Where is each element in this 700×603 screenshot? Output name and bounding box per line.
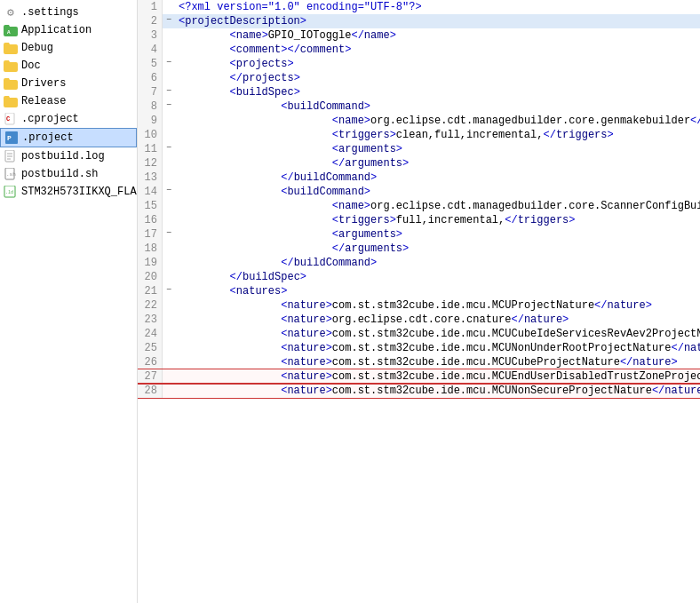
- line-number: 7: [138, 85, 163, 99]
- fold-gutter: [163, 43, 175, 57]
- line-content: <projects>: [175, 57, 700, 71]
- fold-gutter: [163, 213, 175, 227]
- code-row: 15 <name>org.eclipse.cdt.managedbuilder.…: [138, 199, 700, 213]
- fold-gutter: [163, 128, 175, 142]
- line-content: <nature>com.st.stm32cube.ide.mcu.MCUProj…: [175, 298, 700, 313]
- line-content: <?xml version="1.0" encoding="UTF-8"?>: [175, 0, 700, 14]
- line-content: </arguments>: [175, 242, 700, 256]
- code-row: 28 <nature>com.st.stm32cube.ide.mcu.MCUN…: [138, 384, 700, 398]
- fold-gutter[interactable]: −: [163, 142, 175, 156]
- file-tree: ⚙.settingsAApplicationDebugDocDriversRel…: [0, 0, 138, 603]
- sidebar-item-postbuild-sh[interactable]: .shpostbuild.sh: [0, 165, 137, 183]
- code-row: 22 <nature>com.st.stm32cube.ide.mcu.MCUP…: [138, 298, 700, 313]
- sidebar-item-drivers[interactable]: Drivers: [0, 75, 137, 92]
- code-row: 8− <buildCommand>: [138, 99, 700, 114]
- sidebar-item-application[interactable]: AApplication: [0, 21, 137, 39]
- code-editor: 1<?xml version="1.0" encoding="UTF-8"?>2…: [138, 0, 700, 603]
- line-number: 9: [138, 114, 163, 128]
- line-content: <nature>com.st.stm32cube.ide.mcu.MCUCube…: [175, 327, 700, 341]
- line-number: 24: [138, 327, 163, 341]
- line-number: 20: [138, 270, 163, 284]
- fold-gutter: [163, 171, 175, 185]
- fold-gutter[interactable]: −: [163, 185, 175, 199]
- line-content: <nature>org.eclipse.cdt.core.cnature</na…: [175, 313, 700, 327]
- fold-gutter: [163, 327, 175, 341]
- sidebar-item-label-postbuild-sh: postbuild.sh: [21, 168, 98, 180]
- code-row: 5− <projects>: [138, 57, 700, 71]
- line-number: 1: [138, 0, 163, 14]
- sidebar-item-settings[interactable]: ⚙.settings: [0, 4, 137, 21]
- sidebar-item-postbuild-log[interactable]: postbuild.log: [0, 147, 137, 165]
- svg-text:.sh: .sh: [6, 171, 16, 178]
- app-folder-icon: A: [4, 23, 18, 37]
- line-content: <arguments>: [175, 142, 700, 156]
- line-number: 23: [138, 313, 163, 327]
- line-number: 17: [138, 227, 163, 242]
- sidebar-item-project[interactable]: P.project: [0, 128, 137, 147]
- svg-text:P: P: [7, 134, 12, 142]
- line-number: 16: [138, 213, 163, 227]
- fold-gutter[interactable]: −: [163, 99, 175, 114]
- line-content: <nature>com.st.stm32cube.ide.mcu.MCUEndU…: [175, 369, 700, 384]
- sidebar-item-debug[interactable]: Debug: [0, 39, 137, 57]
- code-row: 26 <nature>com.st.stm32cube.ide.mcu.MCUC…: [138, 355, 700, 369]
- line-number: 12: [138, 156, 163, 171]
- line-number: 13: [138, 171, 163, 185]
- line-number: 3: [138, 28, 163, 43]
- sidebar-item-release[interactable]: Release: [0, 92, 137, 110]
- code-row: 18 </arguments>: [138, 242, 700, 256]
- line-number: 4: [138, 43, 163, 57]
- line-number: 19: [138, 256, 163, 270]
- svg-text:A: A: [7, 29, 11, 36]
- line-number: 2: [138, 14, 163, 28]
- fold-gutter[interactable]: −: [163, 284, 175, 298]
- fold-gutter: [163, 71, 175, 85]
- line-content: <nature>com.st.stm32cube.ide.mcu.MCUCube…: [175, 355, 700, 369]
- sidebar-item-stm32-ld[interactable]: .ldSTM32H573IIKXQ_FLASH.ld: [0, 183, 137, 201]
- fold-gutter: [163, 156, 175, 171]
- folder-yellow-icon: [4, 94, 18, 108]
- code-row: 12 </arguments>: [138, 156, 700, 171]
- sidebar-item-label-postbuild-log: postbuild.log: [21, 150, 105, 163]
- line-content: </arguments>: [175, 156, 700, 171]
- fold-gutter[interactable]: −: [163, 85, 175, 99]
- folder-yellow-icon: [4, 59, 18, 73]
- code-area: 1<?xml version="1.0" encoding="UTF-8"?>2…: [138, 0, 700, 398]
- line-content: <nature>com.st.stm32cube.ide.mcu.MCUNonU…: [175, 341, 700, 355]
- sidebar-item-label-project: .project: [22, 131, 74, 144]
- fold-gutter: [163, 242, 175, 256]
- code-row: 6 </projects>: [138, 71, 700, 85]
- line-number: 10: [138, 128, 163, 142]
- gear-icon: ⚙: [4, 5, 18, 20]
- code-row: 14− <buildCommand>: [138, 185, 700, 199]
- line-content: <name>GPIO_IOToggle</name>: [175, 28, 700, 43]
- fold-gutter: [163, 298, 175, 313]
- sidebar-item-doc[interactable]: Doc: [0, 57, 137, 75]
- folder-yellow-icon: [4, 41, 18, 55]
- fold-gutter[interactable]: −: [163, 57, 175, 71]
- fold-gutter[interactable]: −: [163, 14, 175, 28]
- code-row: 9 <name>org.eclipse.cdt.managedbuilder.c…: [138, 114, 700, 128]
- sh-icon: .sh: [4, 167, 18, 181]
- sidebar-item-label-drivers: Drivers: [21, 77, 66, 90]
- fold-gutter[interactable]: −: [163, 227, 175, 242]
- code-row: 21− <natures>: [138, 284, 700, 298]
- code-row: 17− <arguments>: [138, 227, 700, 242]
- code-row: 20 </buildSpec>: [138, 270, 700, 284]
- code-row: 3 <name>GPIO_IOToggle</name>: [138, 28, 700, 43]
- fold-gutter: [163, 114, 175, 128]
- project-icon: P: [4, 131, 19, 145]
- line-content: <name>org.eclipse.cdt.managedbuilder.cor…: [175, 199, 700, 213]
- code-row: 13 </buildCommand>: [138, 171, 700, 185]
- line-content: </projects>: [175, 71, 700, 85]
- code-row: 24 <nature>com.st.stm32cube.ide.mcu.MCUC…: [138, 327, 700, 341]
- sidebar-item-label-doc: Doc: [21, 60, 41, 72]
- line-content: <triggers>full,incremental,</triggers>: [175, 213, 700, 227]
- folder-yellow-icon: [4, 76, 18, 91]
- sidebar-item-cproject[interactable]: C.cproject: [0, 110, 137, 128]
- code-row: 1<?xml version="1.0" encoding="UTF-8"?>: [138, 0, 700, 14]
- fold-gutter: [163, 28, 175, 43]
- code-row: 10 <triggers>clean,full,incremental,</tr…: [138, 128, 700, 142]
- code-row: 4 <comment></comment>: [138, 43, 700, 57]
- line-number: 28: [138, 384, 163, 398]
